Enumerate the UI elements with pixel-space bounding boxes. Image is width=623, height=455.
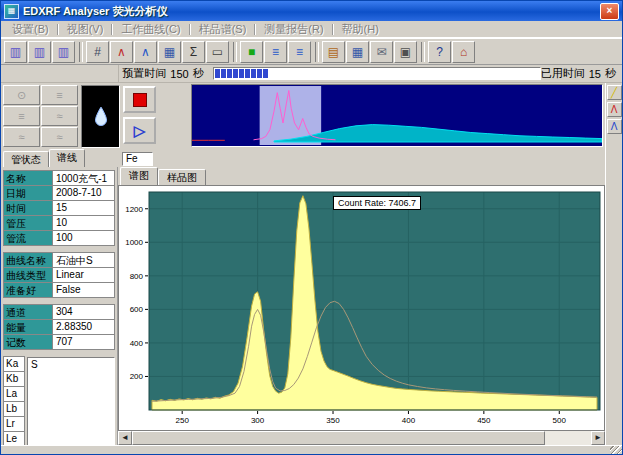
tube-control-button-6[interactable]: ≈: [41, 127, 78, 147]
info-group: 曲线名称石油中S曲线类型Linear准备好False: [3, 252, 115, 298]
tab-sample-chart[interactable]: 样品图: [158, 169, 206, 185]
info-value-tube-voltage[interactable]: 10: [52, 216, 114, 230]
menu-work-curve[interactable]: 工作曲线(C): [114, 22, 187, 37]
line-type-column: KaKbLaLbLrLeLn: [3, 357, 25, 445]
info-value-channel[interactable]: 304: [52, 305, 114, 319]
export-button[interactable]: ▣: [394, 41, 417, 63]
resize-grip[interactable]: [610, 446, 622, 455]
info-row-tube-current: 管流100: [3, 230, 115, 246]
close-button[interactable]: ×: [600, 3, 619, 20]
marker-red-tool-button[interactable]: Λ: [607, 102, 622, 117]
chart-scrollbar[interactable]: ◄ ►: [118, 431, 605, 445]
line-row-kb[interactable]: Kb: [3, 371, 25, 387]
water-drop-icon: [93, 106, 109, 128]
exit-button-icon: ⌂: [460, 46, 467, 58]
database-button[interactable]: ▤: [322, 41, 345, 63]
tube-control-button-5[interactable]: ≈: [3, 127, 40, 147]
chart-tools-strip: ╱ΛΛ: [605, 83, 622, 445]
info-value-name[interactable]: 1000充气-1: [52, 171, 114, 185]
help-button[interactable]: ?: [428, 41, 451, 63]
preset-time-label: 预置时间: [122, 66, 166, 81]
svg-text:800: 800: [130, 272, 144, 281]
scroll-left-button[interactable]: ◄: [118, 431, 132, 445]
tube-control-button-5-icon: ≈: [18, 131, 24, 143]
peak-marker-blue-button[interactable]: ∧: [134, 41, 157, 63]
marker-blue-tool-button-icon: Λ: [611, 121, 618, 132]
info-label-curve-type: 曲线类型: [4, 268, 52, 282]
menu-bar: 设置(B)视图(V)工作曲线(C)样品谱(S)测量报告(R)帮助(H): [1, 21, 622, 38]
info-value-tube-current[interactable]: 100: [52, 231, 114, 245]
info-value-energy[interactable]: 2.88350: [52, 320, 114, 334]
progress-segment: [227, 69, 232, 78]
info-row-date: 日期2008-7-10: [3, 185, 115, 201]
mail-button[interactable]: ✉: [370, 41, 393, 63]
tab-tube-status[interactable]: 管状态: [3, 151, 49, 167]
scroll-thumb[interactable]: [132, 431, 545, 445]
save-button[interactable]: ▦: [346, 41, 369, 63]
peak-marker-red-button[interactable]: ∧: [110, 41, 133, 63]
line-row-lr[interactable]: Lr: [3, 416, 25, 432]
compare-button[interactable]: ▭: [206, 41, 229, 63]
info-value-ready[interactable]: False: [52, 283, 114, 297]
measure-status-led[interactable]: ■: [240, 41, 263, 63]
tube-control-button-3[interactable]: ≡: [3, 106, 40, 126]
info-label-channel: 通道: [4, 305, 52, 319]
line-row-le[interactable]: Le: [3, 431, 25, 445]
tube-indicator-button-icon: ⊙: [17, 89, 26, 102]
ruler-tool-button[interactable]: ╱: [607, 85, 622, 100]
progress-segment: [251, 69, 256, 78]
line-row-lb[interactable]: Lb: [3, 401, 25, 417]
line-row-ka[interactable]: Ka: [3, 356, 25, 372]
info-value-counts[interactable]: 707: [52, 335, 114, 349]
info-value-time[interactable]: 15: [52, 201, 114, 215]
spectrum-preview[interactable]: [191, 84, 603, 147]
tube-control-button-2-icon: ≡: [56, 89, 62, 101]
marker-blue-tool-button[interactable]: Λ: [607, 119, 622, 134]
info-value-date[interactable]: 2008-7-10: [52, 186, 114, 200]
result-list-button[interactable]: ≡: [288, 41, 311, 63]
spectrum-chart[interactable]: 20040060080010001200250300350400450500 C…: [118, 185, 605, 431]
tube-indicator-button[interactable]: ⊙: [3, 85, 40, 105]
menu-sample-spectrum[interactable]: 样品谱(S): [192, 22, 254, 37]
exit-button[interactable]: ⌂: [452, 41, 475, 63]
progress-segment: [233, 69, 238, 78]
help-button-icon: ?: [436, 46, 443, 58]
grid-toggle-button[interactable]: #: [86, 41, 109, 63]
menu-view[interactable]: 视图(V): [60, 22, 111, 37]
sum-button[interactable]: Σ: [182, 41, 205, 63]
progress-segment: [257, 69, 262, 78]
toolbar-separator: [421, 42, 425, 62]
sample-window-button[interactable]: ▥: [28, 41, 51, 63]
element-field[interactable]: Fe: [122, 152, 153, 166]
scroll-right-button[interactable]: ►: [591, 431, 605, 445]
tab-spectrum-chart[interactable]: 谱图: [120, 167, 158, 185]
line-element-box[interactable]: S: [27, 357, 115, 445]
compare-button-icon: ▭: [212, 46, 223, 58]
tube-control-button-4[interactable]: ≈: [41, 106, 78, 126]
progress-segment: [245, 69, 250, 78]
result-list-button-icon: ≡: [296, 46, 303, 58]
scroll-track[interactable]: [132, 431, 591, 445]
menu-help[interactable]: 帮助(H): [335, 22, 386, 37]
report-window-button[interactable]: ▥: [52, 41, 75, 63]
line-row-la[interactable]: La: [3, 386, 25, 402]
start-button[interactable]: ▷: [123, 117, 156, 144]
info-value-curve-type[interactable]: Linear: [52, 268, 114, 282]
info-label-time: 时间: [4, 201, 52, 215]
menu-settings[interactable]: 设置(B): [5, 22, 56, 37]
menu-separator: [332, 24, 334, 35]
status-bar: [1, 445, 622, 455]
menu-separator: [189, 24, 191, 35]
tube-control-button-2[interactable]: ≡: [41, 85, 78, 105]
info-groups: 名称1000充气-1日期2008-7-10时间15管压10管流100曲线名称石油…: [3, 170, 115, 350]
grid-toggle-button-icon: #: [94, 46, 101, 58]
info-value-curve-name[interactable]: 石油中S: [52, 253, 114, 267]
tab-spectral-line[interactable]: 谱线: [49, 149, 85, 167]
sample-list-button[interactable]: ≡: [264, 41, 287, 63]
curve-window-button[interactable]: ▥: [4, 41, 27, 63]
stop-button[interactable]: [123, 86, 156, 113]
spectrum-table-button[interactable]: ▦: [158, 41, 181, 63]
menu-measure-report[interactable]: 测量报告(R): [257, 22, 330, 37]
info-row-ready: 准备好False: [3, 282, 115, 298]
mail-button-icon: ✉: [376, 46, 386, 58]
